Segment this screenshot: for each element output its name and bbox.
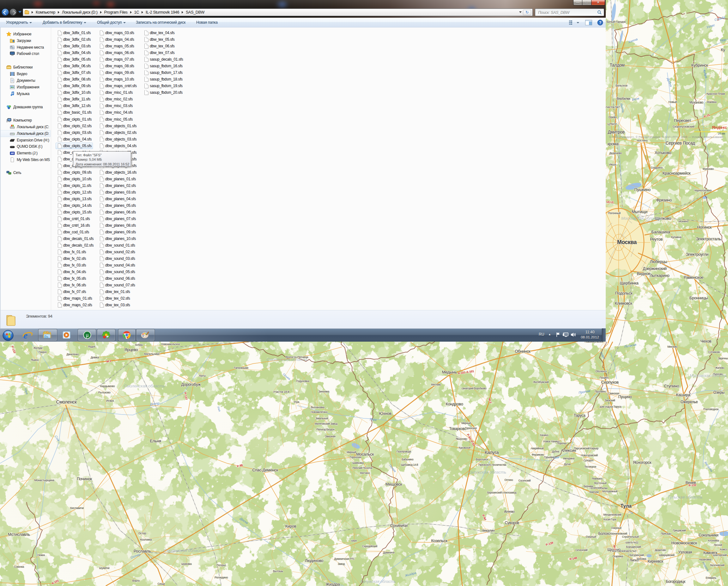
svg-text:Маевка: Маевка [707,100,717,104]
svg-text:Заречный: Заречный [718,357,728,360]
svg-text:Ханино: Ханино [540,433,549,437]
svg-text:Сергиев Посад: Сергиев Посад [666,141,695,145]
svg-text:Шумовка: Шумовка [181,562,192,565]
svg-text:Хиславичи: Хиславичи [70,506,84,510]
svg-text:Лукты: Лукты [199,374,206,377]
svg-text:Искра: Искра [106,399,114,402]
svg-text:Погонный: Погонный [608,212,621,215]
svg-text:Дугна: Дугна [564,462,571,466]
svg-text:Шайковка: Шайковка [352,461,364,464]
svg-text:Батуринский: Батуринский [629,554,644,557]
svg-text:Завод: Завод [338,562,345,565]
svg-text:Монастырщина: Монастырщина [34,479,55,482]
svg-text:Рославль: Рославль [134,549,151,554]
svg-text:Приокского лесничества: Приокского лесничества [478,463,506,467]
svg-text:Рытьково: Рытьково [98,391,110,394]
svg-text:Калуга: Калуга [485,450,499,455]
svg-text:Березинский стеклозавод: Березинский стеклозавод [487,491,517,494]
svg-text:Михнево: Михнево [667,345,677,348]
svg-text:Люберцы: Люберцы [650,259,667,264]
svg-text:Середейский: Середейский [362,544,377,548]
svg-text:Вл: Вл [719,154,724,159]
svg-text:МКАД: МКАД [606,201,613,204]
svg-text:Заказная: Заказная [325,435,335,438]
svg-text:Монино: Монино [678,220,688,223]
svg-text:Остер: Остер [139,532,146,535]
svg-text:Мятлево: Мятлево [431,383,441,386]
svg-text:Смоленск: Смоленск [56,399,77,404]
svg-text:Свинская: Свинская [608,392,619,395]
svg-text:Жиздра: Жиздра [326,582,340,586]
svg-text:Матчино: Матчино [360,471,370,475]
svg-text:Восточный: Восточный [594,481,607,485]
svg-text:Суходол: Суходол [584,459,594,462]
svg-text:Шварцевский: Шварцевский [659,554,675,557]
svg-text:Менделеевский: Менделеевский [603,513,622,516]
svg-text:Озеры: Озеры [713,390,724,395]
svg-text:Людиново: Людиново [305,558,323,563]
svg-text:µ: µ [85,332,89,338]
svg-text:Чекалин: Чекалин [481,529,495,532]
svg-text:Видное: Видное [637,271,651,276]
svg-text:Мытищи: Мытищи [632,209,647,214]
svg-text:?: ? [599,21,601,25]
svg-text:Ревякино: Ревякино [592,477,603,480]
svg-text:Москва: Москва [617,239,637,245]
svg-text:Желуди: Желуди [33,346,43,349]
svg-text:Горенская: Горенская [350,456,361,459]
svg-text:Поречье: Поречье [557,442,567,445]
svg-text:Молодежный: Молодежный [602,490,618,493]
svg-text:Ступино: Ступино [664,383,679,388]
svg-text:Деденево: Деденево [609,152,622,155]
svg-text:Богородицк: Богородицк [666,579,685,584]
svg-text:Костино: Костино [637,139,648,142]
svg-text:Козловка: Козловка [140,538,152,541]
svg-text:Девика: Девика [91,356,99,359]
svg-text:Щебзавод 14-й: Щебзавод 14-й [401,463,418,467]
svg-text:Реутов: Реутов [650,237,662,242]
svg-text:Разъезд Бездон: Разъезд Бездон [316,428,334,431]
svg-text:Жилево: Жилево [716,366,725,369]
svg-text:Фрязино: Фрязино [656,198,672,203]
svg-text:Пушкино: Пушкино [634,187,650,192]
svg-text:Черноголовка: Черноголовка [694,189,712,192]
svg-text:Дмитров: Дмитров [608,130,624,134]
svg-text:Починок: Починок [77,476,92,481]
svg-text:Смоленская область: Смоленская область [124,383,165,388]
svg-text:Подольск: Подольск [615,291,633,295]
svg-text:Калужская область: Калужская область [468,470,506,475]
svg-text:Мичурина: Мичурина [563,457,575,460]
svg-text:Новомосковск: Новомосковск [672,540,697,545]
svg-text:крома: крома [608,141,619,146]
svg-text:Угра: Угра [294,400,300,403]
svg-text:Милятинский Завод: Милятинский Завод [315,422,337,425]
svg-text:Суворов: Суворов [505,521,519,525]
svg-text:Пчеловодное: Пчеловодное [703,408,719,411]
svg-text:Красноармейск: Красноармейск [662,171,691,176]
svg-text:Кубринск: Кубринск [692,63,708,68]
svg-text:Кашира: Кашира [676,393,691,397]
svg-text:Климовск: Климовск [615,301,632,305]
svg-text:Ожерелье: Ожерелье [681,400,698,404]
svg-text:Оптино: Оптино [505,478,513,481]
svg-text:Сокольники: Сокольники [699,533,719,537]
svg-text:Электросталь: Электросталь [696,237,721,241]
svg-text:Мстиславль: Мстиславль [8,532,30,537]
svg-text:Смоленская область: Смоленская область [267,357,308,362]
svg-text:Выскановка: Выскановка [310,406,325,409]
svg-text:Бегичевский: Бегичевский [710,564,725,567]
svg-text:Медынь: Медынь [442,370,457,374]
svg-text:Тула: Тула [621,503,632,509]
svg-text:Думиничская РТС: Думиничская РТС [334,557,355,560]
svg-text:Дорогобуж: Дорогобуж [181,382,201,387]
svg-text:Лесной: Лесной [714,543,722,547]
svg-text:Балашиха: Балашиха [652,230,671,234]
svg-text:Газопровода: Газопровода [397,450,411,453]
svg-text:Ногинск: Ногинск [697,225,711,230]
svg-text:Тульская область: Тульская область [667,495,703,500]
svg-text:Парсуковский Карьер: Парсуковский Карьер [574,447,599,450]
svg-text:шахта №3: шахта №3 [624,550,636,553]
svg-text:Товарково: Товарково [449,427,467,431]
svg-text:Огаревка: Огаревка [612,555,623,558]
svg-text:Годуновка: Годуновка [296,379,310,383]
